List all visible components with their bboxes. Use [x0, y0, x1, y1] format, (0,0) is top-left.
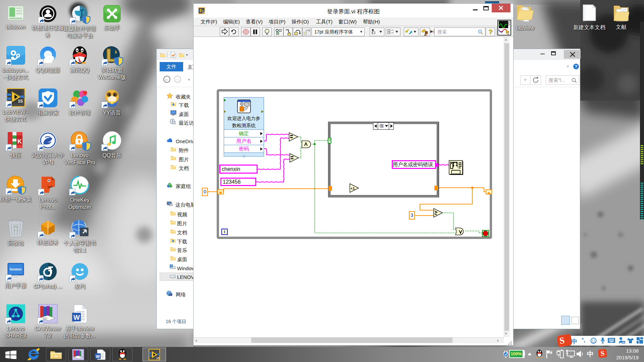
- svg-text:+1: +1: [351, 186, 355, 190]
- svg-text:15: 15: [156, 357, 159, 360]
- svg-text:30: 30: [622, 341, 625, 344]
- svg-text:W: W: [96, 354, 100, 359]
